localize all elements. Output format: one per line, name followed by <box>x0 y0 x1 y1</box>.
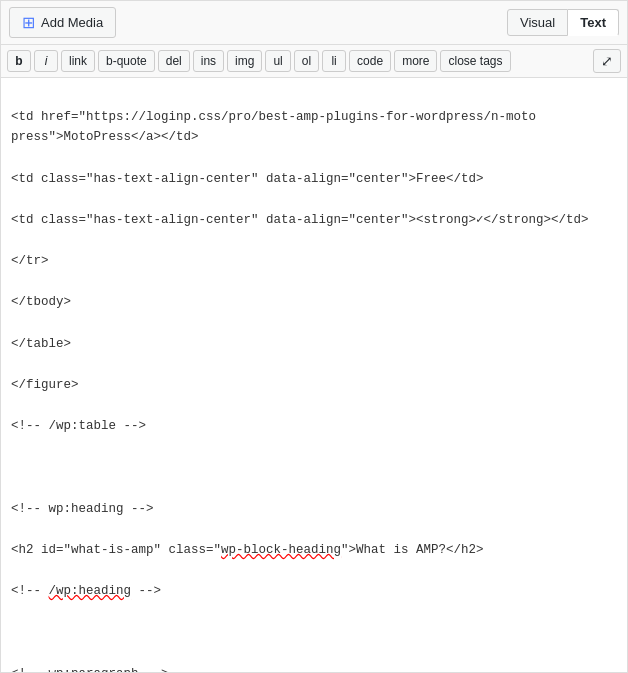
code-button[interactable]: code <box>349 50 391 72</box>
bquote-button[interactable]: b-quote <box>98 50 155 72</box>
ol-button[interactable]: ol <box>294 50 319 72</box>
tab-visual[interactable]: Visual <box>507 9 568 36</box>
bold-button[interactable]: b <box>7 50 31 72</box>
code-editor[interactable]: <td href="https://loginp.css/pro/best-am… <box>1 78 627 672</box>
code-line: <!-- /wp:heading --> <box>11 581 617 602</box>
code-line: <td href="https://loginp.css/pro/best-am… <box>11 107 617 148</box>
code-line: <h2 id="what-is-amp" class="wp-block-hea… <box>11 540 617 561</box>
format-toolbar: b i link b-quote del ins img ul ol li co… <box>1 45 627 78</box>
code-line <box>11 457 617 478</box>
add-media-icon: ⊞ <box>22 13 35 32</box>
img-button[interactable]: img <box>227 50 262 72</box>
tab-text[interactable]: Text <box>568 9 619 36</box>
italic-button[interactable]: i <box>34 50 58 72</box>
code-line: <td class="has-text-align-center" data-a… <box>11 169 617 190</box>
top-toolbar: ⊞ Add Media Visual Text <box>1 1 627 45</box>
code-line: </table> <box>11 334 617 355</box>
editor-wrapper: ⊞ Add Media Visual Text b i link b-quote… <box>0 0 628 673</box>
code-line: </tr> <box>11 251 617 272</box>
del-button[interactable]: del <box>158 50 190 72</box>
close-tags-button[interactable]: close tags <box>440 50 510 72</box>
link-button[interactable]: link <box>61 50 95 72</box>
code-line: </figure> <box>11 375 617 396</box>
view-tabs: Visual Text <box>507 9 619 36</box>
code-line: <!-- wp:paragraph --> <box>11 664 617 673</box>
li-button[interactable]: li <box>322 50 346 72</box>
code-line: <td class="has-text-align-center" data-a… <box>11 210 617 231</box>
add-media-label: Add Media <box>41 15 103 30</box>
code-line <box>11 622 617 643</box>
code-line: <!-- wp:heading --> <box>11 499 617 520</box>
ins-button[interactable]: ins <box>193 50 224 72</box>
code-line: <!-- /wp:table --> <box>11 416 617 437</box>
expand-button[interactable]: ⤢ <box>593 49 621 73</box>
add-media-button[interactable]: ⊞ Add Media <box>9 7 116 38</box>
ul-button[interactable]: ul <box>265 50 290 72</box>
more-button[interactable]: more <box>394 50 437 72</box>
code-line: </tbody> <box>11 292 617 313</box>
